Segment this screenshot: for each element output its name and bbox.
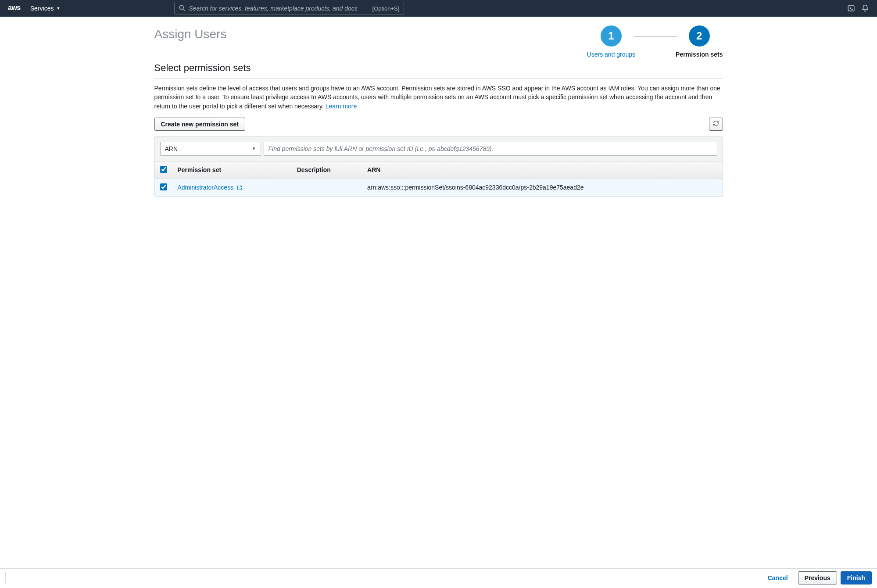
toolbar: Create new permission set [154,118,723,131]
step-2-circle: 2 [689,25,710,47]
filter-bar: ARN ▼ [155,136,723,161]
svg-point-0 [180,5,184,9]
permission-set-panel: ARN ▼ Permission set Description ARN [154,136,723,197]
col-permission-set: Permission set [172,161,292,179]
section-divider [154,78,723,79]
step-1-label: Users and groups [587,51,636,58]
permission-set-link[interactable]: AdministratorAccess [178,184,242,191]
global-search[interactable]: [Option+S] [174,2,404,15]
main-content: Assign Users 1 Users and groups 2 Permis… [154,17,723,197]
row-checkbox[interactable] [160,183,167,190]
cloudshell-icon[interactable] [847,4,855,12]
search-shortcut-hint: [Option+S] [372,5,400,12]
section-description: Permission sets define the level of acce… [154,84,723,111]
refresh-button[interactable] [709,118,723,131]
step-2-label: Permission sets [676,51,723,58]
caret-down-icon: ▼ [252,146,256,151]
step-1-circle: 1 [601,25,622,47]
col-select-all [155,161,172,179]
notifications-icon[interactable] [861,4,869,12]
table-row: AdministratorAccess arn:aws:sso:::permis… [155,179,723,196]
refresh-icon [713,120,719,128]
row-arn: arn:aws:sso:::permissionSet/ssoins-6804a… [362,179,722,196]
search-icon [179,5,189,12]
wizard-steps: 1 Users and groups 2 Permission sets [587,25,723,58]
aws-logo[interactable]: aws ⌣ [8,4,21,13]
aws-logo-smile: ⌣ [8,11,21,12]
top-navbar: aws ⌣ Services ▼ [Option+S] [0,0,877,17]
permission-set-name: AdministratorAccess [178,184,234,191]
caret-down-icon: ▼ [56,6,60,11]
step-connector [634,36,677,36]
row-description [292,179,362,196]
step-users-and-groups[interactable]: 1 Users and groups [587,25,636,58]
services-menu[interactable]: Services ▼ [30,5,61,12]
services-label: Services [30,5,54,12]
filter-mode-label: ARN [165,145,178,152]
filter-input[interactable] [264,142,717,156]
step-permission-sets: 2 Permission sets [676,25,723,58]
section-heading: Select permission sets [154,62,723,74]
col-arn: ARN [362,161,722,179]
learn-more-link[interactable]: Learn more [326,103,357,110]
filter-mode-select[interactable]: ARN ▼ [160,142,261,156]
external-link-icon [237,185,242,190]
svg-line-1 [183,9,185,11]
description-text: Permission sets define the level of acce… [154,85,720,110]
select-all-checkbox[interactable] [160,166,167,173]
create-permission-set-button[interactable]: Create new permission set [154,118,245,131]
permission-set-table: Permission set Description ARN Administr… [155,161,723,197]
col-description: Description [292,161,362,179]
global-search-input[interactable] [189,5,369,12]
